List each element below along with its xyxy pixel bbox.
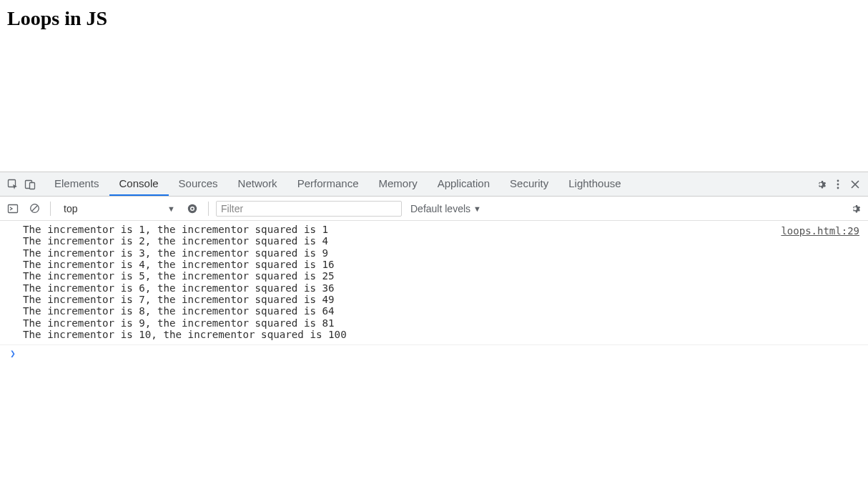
tab-lighthouse[interactable]: Lighthouse bbox=[558, 172, 631, 196]
close-devtools-icon[interactable] bbox=[847, 176, 864, 193]
filter-input[interactable] bbox=[216, 201, 402, 217]
source-link[interactable]: loops.html:29 bbox=[781, 225, 859, 237]
more-options-icon[interactable] bbox=[829, 176, 847, 193]
log-levels-selector[interactable]: Default levels ▼ bbox=[406, 200, 485, 217]
devtools-tabs-container: Elements Console Sources Network Perform… bbox=[44, 172, 631, 196]
tab-performance[interactable]: Performance bbox=[287, 172, 369, 196]
live-expression-icon[interactable] bbox=[184, 200, 201, 217]
svg-point-4 bbox=[837, 183, 839, 185]
prompt-chevron-icon: ❯ bbox=[10, 348, 16, 359]
toolbar-divider bbox=[50, 202, 51, 216]
tab-console[interactable]: Console bbox=[109, 172, 169, 196]
devtools-tabbar: Elements Console Sources Network Perform… bbox=[0, 172, 868, 197]
console-settings-icon[interactable] bbox=[847, 200, 864, 217]
svg-rect-2 bbox=[30, 182, 35, 189]
tab-memory[interactable]: Memory bbox=[369, 172, 428, 196]
devtools-panel: Elements Console Sources Network Perform… bbox=[0, 172, 868, 486]
console-log-lines: The incrementor is 1, the incrementor sq… bbox=[23, 224, 347, 340]
svg-point-10 bbox=[191, 207, 193, 209]
context-label: top bbox=[64, 203, 77, 214]
clear-console-icon[interactable] bbox=[26, 200, 43, 217]
console-toolbar: top ▼ Default levels ▼ bbox=[0, 197, 868, 221]
tab-security[interactable]: Security bbox=[500, 172, 558, 196]
settings-icon[interactable] bbox=[812, 176, 829, 193]
svg-point-5 bbox=[837, 187, 839, 189]
page-content: Loops in JS bbox=[0, 0, 868, 172]
console-prompt[interactable]: ❯ bbox=[0, 344, 868, 362]
device-toolbar-icon[interactable] bbox=[21, 176, 39, 193]
chevron-down-icon: ▼ bbox=[473, 204, 481, 213]
execution-context-selector[interactable]: top ▼ bbox=[58, 200, 179, 217]
inspect-element-icon[interactable] bbox=[4, 176, 21, 193]
tab-sources[interactable]: Sources bbox=[169, 172, 228, 196]
svg-point-3 bbox=[837, 179, 839, 182]
chevron-down-icon: ▼ bbox=[167, 204, 175, 213]
levels-label: Default levels bbox=[410, 203, 470, 214]
console-log-entry: The incrementor is 1, the incrementor sq… bbox=[0, 224, 868, 340]
tab-elements[interactable]: Elements bbox=[44, 172, 109, 196]
tab-network[interactable]: Network bbox=[228, 172, 287, 196]
page-title: Loops in JS bbox=[7, 7, 861, 30]
toolbar-divider bbox=[208, 202, 209, 216]
console-body: The incrementor is 1, the incrementor sq… bbox=[0, 221, 868, 486]
console-sidebar-toggle-icon[interactable] bbox=[4, 200, 21, 217]
tab-application[interactable]: Application bbox=[428, 172, 500, 196]
